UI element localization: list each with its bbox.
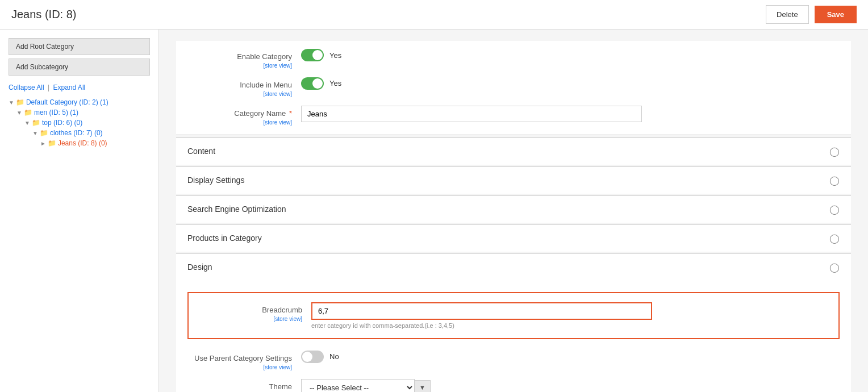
folder-icon: 📁 xyxy=(48,139,56,147)
folder-icon: 📁 xyxy=(32,119,40,127)
breadcrumb-highlight-box: Breadcrumb [store view] enter category i… xyxy=(187,292,840,339)
use-parent-store-view: [store view] xyxy=(187,364,292,371)
general-form: Enable Category [store view] Yes Include… xyxy=(176,41,851,135)
enable-category-row: Enable Category [store view] Yes xyxy=(187,49,840,69)
folder-icon: 📁 xyxy=(16,98,24,106)
enable-category-value: Yes xyxy=(329,51,341,60)
enable-store-view: [store view] xyxy=(187,62,292,69)
content-accordion-icon: ◯ xyxy=(829,146,840,157)
folder-icon: 📁 xyxy=(40,129,48,137)
products-accordion-header[interactable]: Products in Category ◯ xyxy=(176,224,851,252)
display-settings-accordion: Display Settings ◯ xyxy=(176,166,851,194)
tree-item-top-cat[interactable]: ▼ 📁 top (ID: 6) (0) xyxy=(9,118,150,128)
include-in-menu-toggle[interactable] xyxy=(301,77,324,90)
delete-button[interactable]: Delete xyxy=(766,5,809,24)
tree-expand-icon: ▼ xyxy=(24,120,30,126)
sidebar: Add Root Category Add Subcategory Collap… xyxy=(0,30,159,392)
category-name-row: Category Name * [store view] xyxy=(187,106,840,126)
include-in-menu-value: Yes xyxy=(329,79,341,87)
include-in-menu-control: Yes xyxy=(301,77,642,90)
add-root-category-button[interactable]: Add Root Category xyxy=(9,38,150,55)
seo-accordion: Search Engine Optimization ◯ xyxy=(176,195,851,223)
tree-item-jeans-cat[interactable]: ► 📁 Jeans (ID: 8) (0) xyxy=(9,138,150,148)
tree-item-clothes-cat[interactable]: ▼ 📁 clothes (ID: 7) (0) xyxy=(9,128,150,138)
use-parent-toggle[interactable] xyxy=(301,351,324,363)
products-icon: ◯ xyxy=(829,233,840,244)
seo-accordion-header[interactable]: Search Engine Optimization ◯ xyxy=(176,195,851,223)
content-accordion: Content ◯ xyxy=(176,137,851,165)
tree-expand-icon: ▼ xyxy=(32,130,38,136)
use-parent-label: Use Parent Category Settings [store view… xyxy=(187,351,301,371)
include-in-menu-row: Include in Menu [store view] Yes xyxy=(187,77,840,98)
sidebar-buttons: Add Root Category Add Subcategory xyxy=(9,38,150,76)
category-tree: ▼ 📁 Default Category (ID: 2) (1) ▼ 📁 men… xyxy=(9,97,150,148)
page-title: Jeans (ID: 8) xyxy=(11,8,76,21)
products-accordion: Products in Category ◯ xyxy=(176,224,851,252)
breadcrumb-row: Breadcrumb [store view] enter category i… xyxy=(198,302,829,329)
separator: | xyxy=(48,84,51,91)
page-header: Jeans (ID: 8) Delete Save xyxy=(0,0,868,30)
tree-item-men-cat[interactable]: ▼ 📁 men (ID: 5) (1) xyxy=(9,107,150,118)
expand-all-link[interactable]: Expand All xyxy=(53,84,86,91)
breadcrumb-label: Breadcrumb [store view] xyxy=(198,302,311,323)
tree-expand-icon: ▼ xyxy=(16,110,22,116)
breadcrumb-hint: enter category id with comma-separated.(… xyxy=(311,322,652,329)
content-area: Enable Category [store view] Yes Include… xyxy=(159,30,868,392)
design-label: Design xyxy=(187,262,212,272)
content-accordion-label: Content xyxy=(187,147,215,156)
main-layout: Add Root Category Add Subcategory Collap… xyxy=(0,30,868,392)
theme-control: -- Please Select -- ▼ xyxy=(301,379,642,392)
display-settings-label: Display Settings xyxy=(187,176,244,185)
content-accordion-header[interactable]: Content ◯ xyxy=(176,137,851,165)
enable-category-label: Enable Category [store view] xyxy=(187,49,301,69)
theme-select[interactable]: -- Please Select -- xyxy=(301,379,415,392)
design-accordion-header[interactable]: Design ◯ xyxy=(176,253,851,281)
breadcrumb-store-view: [store view] xyxy=(198,315,302,323)
design-content: Breadcrumb [store view] enter category i… xyxy=(176,281,851,392)
include-in-menu-label: Include in Menu [store view] xyxy=(187,77,301,98)
theme-select-wrapper: -- Please Select -- ▼ xyxy=(301,379,642,392)
top-cat-link[interactable]: top (ID: 6) (0) xyxy=(42,119,82,127)
field-group-general: Enable Category [store view] Yes Include… xyxy=(176,41,851,135)
theme-row: Theme [store view] -- Please Select -- ▼ xyxy=(187,379,840,392)
breadcrumb-control: enter category id with comma-separated.(… xyxy=(311,302,652,329)
tree-expand-icon: ▼ xyxy=(9,99,14,106)
design-accordion: Design ◯ Breadcrumb [store view] enter c… xyxy=(176,253,851,392)
use-parent-row: Use Parent Category Settings [store view… xyxy=(187,351,840,371)
required-marker: * xyxy=(289,109,292,118)
default-cat-link[interactable]: Default Category (ID: 2) (1) xyxy=(26,98,108,106)
products-label: Products in Category xyxy=(187,233,262,243)
display-settings-icon: ◯ xyxy=(829,175,840,186)
header-actions: Delete Save xyxy=(766,5,857,24)
category-name-input[interactable] xyxy=(301,106,642,122)
tree-item-default-cat[interactable]: ▼ 📁 Default Category (ID: 2) (1) xyxy=(9,97,150,107)
tree-expand-icon: ► xyxy=(40,140,46,147)
seo-label: Search Engine Optimization xyxy=(187,205,286,214)
folder-icon: 📁 xyxy=(24,109,32,116)
theme-label: Theme [store view] xyxy=(187,379,301,392)
category-name-store-view: [store view] xyxy=(187,119,292,126)
collapse-all-link[interactable]: Collapse All xyxy=(9,84,44,91)
enable-category-toggle[interactable] xyxy=(301,49,324,61)
theme-select-arrow-button[interactable]: ▼ xyxy=(415,380,431,392)
sidebar-tree-controls: Collapse All | Expand All xyxy=(9,84,150,91)
seo-icon: ◯ xyxy=(829,204,840,215)
design-icon: ◯ xyxy=(829,262,840,273)
clothes-cat-link[interactable]: clothes (ID: 7) (0) xyxy=(50,129,103,137)
use-parent-value: No xyxy=(329,352,339,361)
include-store-view: [store view] xyxy=(187,90,292,98)
add-subcategory-button[interactable]: Add Subcategory xyxy=(9,59,150,76)
jeans-cat-label: Jeans (ID: 8) (0) xyxy=(58,139,107,147)
save-button[interactable]: Save xyxy=(815,6,857,23)
breadcrumb-input[interactable] xyxy=(311,302,652,320)
category-name-control xyxy=(301,106,642,122)
men-cat-link[interactable]: men (ID: 5) (1) xyxy=(34,109,78,116)
use-parent-control: No xyxy=(301,351,642,363)
enable-category-control: Yes xyxy=(301,49,642,61)
category-name-label: Category Name * [store view] xyxy=(187,106,301,126)
display-settings-accordion-header[interactable]: Display Settings ◯ xyxy=(176,166,851,194)
